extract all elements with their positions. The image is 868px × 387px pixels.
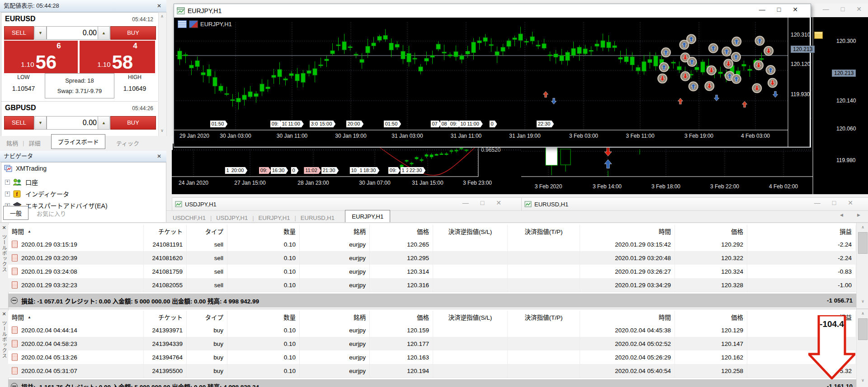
table-row[interactable]: 2020.01.29 03:32:23241082055sell0.10eurj… xyxy=(8,278,856,292)
column-header-6[interactable]: 決済逆指値(S/L) xyxy=(433,225,508,238)
chart-tab-eurjpy-h1[interactable]: EURJPY,H1 xyxy=(345,210,390,223)
column-header-9[interactable]: 価格 xyxy=(675,311,747,323)
expand-icon[interactable]: + xyxy=(5,191,10,196)
column-header-1[interactable]: チケット xyxy=(144,225,187,238)
column-header-4[interactable]: 銘柄 xyxy=(300,225,370,238)
column-header-1[interactable]: チケット xyxy=(144,311,187,323)
tree-item-accounts[interactable]: + 口座 xyxy=(5,177,38,187)
navigator-tab-common[interactable]: 一般 xyxy=(3,206,28,220)
maximize-icon[interactable]: □ xyxy=(832,199,836,206)
data-table-icon[interactable] xyxy=(178,20,187,28)
candlestick-chart-canvas[interactable]: EURJPY,H1120.310120.213120.120119.93029 … xyxy=(174,18,810,147)
tab-details[interactable]: 詳細 xyxy=(28,139,40,147)
minimized-window-eurusd[interactable]: EURUSD,H1 — □ ✕ xyxy=(521,197,868,211)
column-header-5[interactable]: 価格 xyxy=(370,225,433,238)
ask-price-box[interactable]: 1.10 58 4 xyxy=(80,41,155,73)
table-row[interactable]: 2020.01.29 03:15:19241081191sell0.10eurj… xyxy=(8,238,856,252)
table-scrollbar[interactable]: ∧ ∨ xyxy=(856,223,868,309)
buy-button[interactable]: BUY xyxy=(110,26,156,40)
column-header-8[interactable]: 時間 xyxy=(580,311,675,323)
close-icon[interactable]: ✕ xyxy=(848,199,853,206)
navigator-tab-favorites[interactable]: お気に入り xyxy=(37,209,66,218)
close-icon[interactable]: ✕ xyxy=(0,225,8,231)
tab-tick[interactable]: ティック xyxy=(116,139,139,147)
history-book-icon[interactable] xyxy=(189,20,198,28)
volume-spin-up-icon[interactable]: ▲ xyxy=(98,116,110,130)
chart-tab-usdjpy-h1[interactable]: USDJPY,H1 xyxy=(216,214,248,221)
tab-symbols[interactable]: 銘柄 xyxy=(6,139,18,147)
cell: 120.328 xyxy=(675,278,747,292)
cell: 120.314 xyxy=(370,265,433,278)
minimized-window-usdjpy[interactable]: USDJPY,H1 — □ ✕ xyxy=(172,197,523,211)
chart-tab-eurusd-h1[interactable]: EURUSD,H1 xyxy=(301,214,335,221)
scroll-up-icon[interactable]: ∧ xyxy=(859,311,866,316)
scroll-down-icon[interactable]: ∨ xyxy=(859,299,866,303)
column-header-2[interactable]: タイプ xyxy=(187,311,227,323)
tab-priceboard[interactable]: プライスボード xyxy=(51,134,106,149)
column-header-9[interactable]: 価格 xyxy=(675,225,747,238)
cell: 0.10 xyxy=(227,251,300,265)
column-header-10[interactable]: 損益 xyxy=(747,225,856,238)
script-icon[interactable] xyxy=(814,32,823,39)
table-row[interactable]: 2020.01.29 03:24:08241081759sell0.10eurj… xyxy=(8,265,856,279)
chart-window-titlebar[interactable]: EURJPY,H1 — □ ✕ xyxy=(174,4,811,18)
table-row[interactable]: 2020.02.04 04:44:14241393971buy0.10eurjp… xyxy=(8,323,856,337)
column-header-5[interactable]: 価格 xyxy=(370,311,433,323)
bid-price-box[interactable]: 1.10 56 6 xyxy=(4,41,78,73)
chart-tab-usdchf-h1[interactable]: USDCHF,H1 xyxy=(173,214,206,221)
tab-scroll-right-icon[interactable]: ▶ xyxy=(857,213,860,217)
volume-input[interactable]: 0.00 xyxy=(47,116,100,130)
scroll-up-icon[interactable]: ∧ xyxy=(159,14,165,19)
column-header-3[interactable]: 数量 xyxy=(227,225,300,238)
scroll-down-icon[interactable]: ∨ xyxy=(159,128,165,133)
column-header-2[interactable]: タイプ xyxy=(187,225,227,238)
table-row[interactable]: 2020.02.04 04:58:23241394339buy0.10eurjp… xyxy=(8,337,856,351)
close-icon[interactable]: ✕ xyxy=(0,311,8,317)
collapse-icon[interactable] xyxy=(11,297,18,304)
background-chart-window-left[interactable]: 0.9652024 Jan 202027 Jan 15:0028 Jan 23:… xyxy=(172,144,521,194)
table-scrollbar[interactable]: ∧ ∨ xyxy=(856,309,868,387)
table-row[interactable]: 2020.01.29 03:20:39241081620sell0.10eurj… xyxy=(8,251,856,265)
tab-scroll-left-icon[interactable]: ◀ xyxy=(840,213,843,217)
scroll-down-icon[interactable]: ∨ xyxy=(859,378,866,382)
close-icon[interactable]: ✕ xyxy=(856,5,862,13)
column-header-4[interactable]: 銘柄 xyxy=(300,311,370,323)
restore-icon[interactable]: — xyxy=(462,199,469,206)
volume-spin-up-icon[interactable]: ▲ xyxy=(98,26,110,40)
minimize-icon[interactable]: — xyxy=(759,6,765,13)
restore-icon[interactable]: — xyxy=(814,199,821,206)
minimize-icon[interactable]: — xyxy=(823,5,829,13)
maximize-icon[interactable]: □ xyxy=(481,199,484,206)
tree-item-broker[interactable]: XMTrading xyxy=(4,165,47,172)
cell: 2020.02.04 05:02:52 xyxy=(580,337,675,350)
chart-tab-eurjpy-h1[interactable]: EURJPY,H1 xyxy=(259,214,290,221)
volume-input[interactable]: 0.00 xyxy=(47,26,100,40)
close-icon[interactable]: ✕ xyxy=(156,151,163,162)
close-icon[interactable]: ✕ xyxy=(496,199,501,206)
column-header-7[interactable]: 決済指値(T/P) xyxy=(508,225,580,238)
buy-button[interactable]: BUY xyxy=(110,116,156,130)
column-header-0[interactable]: 時間▲ xyxy=(8,225,144,238)
volume-dropdown-icon[interactable]: ▼ xyxy=(34,26,47,40)
sell-button[interactable]: SELL xyxy=(4,26,34,40)
maximize-icon[interactable]: □ xyxy=(777,6,781,13)
table-row[interactable]: 2020.02.04 05:31:07241395500buy0.10eurjp… xyxy=(8,364,856,378)
maximize-icon[interactable]: □ xyxy=(841,5,844,13)
column-header-6[interactable]: 決済逆指値(S/L) xyxy=(433,311,508,323)
cell: 2020.01.29 03:20:48 xyxy=(580,251,675,265)
collapse-icon[interactable] xyxy=(11,383,18,387)
column-header-3[interactable]: 数量 xyxy=(227,311,300,323)
scroll-up-icon[interactable]: ∧ xyxy=(859,225,866,229)
close-icon[interactable]: ✕ xyxy=(156,0,163,12)
sell-button[interactable]: SELL xyxy=(4,116,34,130)
column-header-8[interactable]: 時間 xyxy=(580,225,675,238)
volume-dropdown-icon[interactable]: ▼ xyxy=(34,116,47,130)
tree-item-indicators[interactable]: + f インディケータ xyxy=(5,189,69,198)
column-header-7[interactable]: 決済指値(T/P) xyxy=(508,311,580,323)
market-watch-scrollbar[interactable]: ∧ ∨ xyxy=(158,12,167,136)
close-icon[interactable]: ✕ xyxy=(793,6,798,13)
expand-icon[interactable]: + xyxy=(5,180,10,185)
sort-asc-icon: ▲ xyxy=(28,315,31,319)
table-row[interactable]: 2020.02.04 05:13:26241394764buy0.10eurjp… xyxy=(8,350,856,364)
column-header-0[interactable]: 時間▲ xyxy=(8,311,144,323)
